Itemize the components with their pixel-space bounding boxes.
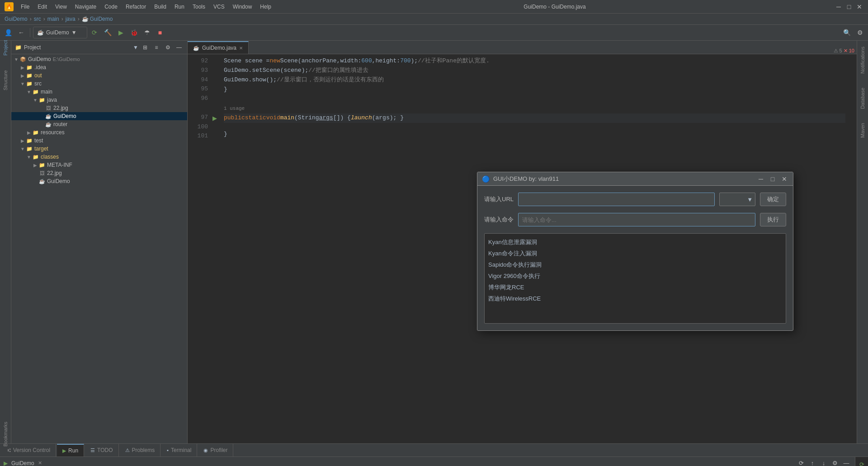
dropdown-arrow-icon: ▼ (747, 196, 753, 203)
tree-guidemo-file[interactable]: ▶ ☕ GuiDemo (11, 112, 187, 120)
breadcrumb-src[interactable]: src (34, 16, 41, 22)
sidebar-bookmarks-tab[interactable]: Bookmarks (0, 429, 10, 439)
tab-run[interactable]: ▶ Run (57, 444, 84, 457)
dialog-close-btn[interactable]: ✕ (780, 175, 788, 183)
menu-code[interactable]: Code (101, 3, 121, 11)
tab-terminal[interactable]: ▪ Terminal (161, 444, 197, 457)
restart-btn[interactable]: ⟳ (796, 458, 806, 466)
build-btn[interactable]: ⟳ (89, 27, 100, 38)
menu-build[interactable]: Build (151, 3, 170, 11)
tree-router[interactable]: ▶ ☕ router (11, 120, 187, 128)
menu-window[interactable]: Window (229, 3, 256, 11)
run-up-btn[interactable]: ↑ (807, 458, 817, 466)
coverage-btn[interactable]: ☂ (141, 27, 153, 38)
folder-icon-out: 📁 (26, 72, 33, 79)
tree-test[interactable]: ▶ 📁 test (11, 137, 187, 145)
list-item-5[interactable]: 西迪特WirelessRCE (488, 294, 782, 304)
maximize-button[interactable]: □ (845, 3, 853, 11)
close-button[interactable]: ✕ (855, 3, 863, 11)
stop-btn[interactable]: ■ (154, 27, 166, 38)
menu-file[interactable]: File (17, 3, 33, 11)
cmd-input[interactable] (518, 213, 755, 226)
tree-22jpg-classes[interactable]: ▶ 🖼 22.jpg (11, 169, 187, 177)
tree-guidemo-root[interactable]: ▼ 📦 GuiDemo E:\GuiDemo (11, 55, 187, 63)
tree-out[interactable]: ▶ 📁 out (11, 71, 187, 80)
list-item-0[interactable]: Kyan信息泄露漏洞 (488, 237, 782, 247)
tree-idea[interactable]: ▶ 📁 .idea (11, 63, 187, 71)
menu-edit[interactable]: Edit (34, 3, 51, 11)
right-gutter (850, 54, 857, 443)
run-panel: ▶ GuiDemo ✕ ⟳ ↑ ↓ ⚙ — D:\Java\jdk_1.8\bi… (0, 457, 855, 466)
tab-todo[interactable]: ☰ TODO (85, 444, 118, 457)
tree-classes[interactable]: ▼ 📁 classes (11, 153, 187, 161)
run-down-btn[interactable]: ↓ (819, 458, 829, 466)
list-item-1[interactable]: Kyan命令注入漏洞 (488, 249, 782, 259)
menu-run[interactable]: Run (171, 3, 188, 11)
tab-profiler[interactable]: ◉ Profiler (198, 444, 233, 457)
run-gutter-icon[interactable]: ▶ (212, 115, 217, 122)
toggle-classes: ▼ (26, 155, 32, 160)
breadcrumb-java[interactable]: java (66, 16, 75, 22)
tree-main[interactable]: ▼ 📁 main (11, 88, 187, 96)
tab-icon-java: ☕ (193, 45, 199, 51)
url-input[interactable] (518, 193, 715, 206)
run-btn[interactable]: ▶ (115, 27, 127, 38)
project-settings-btn[interactable]: ⚙ (163, 43, 172, 52)
warning-count: ⚠ 5 (834, 48, 842, 54)
project-panel: 📁 Project ▼ ⊞ ≡ ⚙ — ▼ 📦 GuiDemo E:\GuiDe… (11, 41, 188, 443)
menu-refactor[interactable]: Refactor (122, 3, 150, 11)
breadcrumb-main[interactable]: main (47, 16, 59, 22)
right-tab-maven[interactable]: Maven (859, 119, 867, 141)
menu-navigate[interactable]: Navigate (71, 3, 100, 11)
tab-close-btn[interactable]: ✕ (239, 46, 243, 51)
project-expand-btn[interactable]: ⊞ (141, 43, 150, 52)
menu-tools[interactable]: Tools (189, 3, 209, 11)
breadcrumb-guidemo[interactable]: GuiDemo (5, 16, 28, 22)
toolbar-back-btn[interactable]: ← (15, 27, 27, 38)
sidebar-project-tab[interactable]: Project (0, 43, 10, 53)
dialog-minimize-btn[interactable]: ─ (757, 175, 765, 183)
menu-help[interactable]: Help (256, 3, 275, 11)
tab-guidemo-java[interactable]: ☕ GuiDemo.java ✕ (188, 41, 249, 54)
tree-meta-inf[interactable]: ▶ 📁 META-INF (11, 161, 187, 169)
right-tab-notifications[interactable]: Notifications (859, 43, 867, 77)
tree-resources[interactable]: ▶ 📁 resources (11, 128, 187, 137)
run-config-selector[interactable]: ☕ GuiDemo ▼ (33, 27, 87, 38)
tab-version-control[interactable]: ⑆ Version Control (2, 444, 56, 457)
tree-src[interactable]: ▼ 📁 src (11, 80, 187, 88)
minimize-button[interactable]: ─ (835, 3, 843, 11)
build-project-btn[interactable]: 🔨 (102, 27, 113, 38)
tree-22jpg[interactable]: ▶ 🖼 22.jpg (11, 104, 187, 112)
list-item-3[interactable]: Vigor 2960命令执行 (488, 271, 782, 281)
run-tab-close[interactable]: ✕ (38, 460, 42, 466)
run-close-panel-btn[interactable]: — (841, 458, 851, 466)
menu-view[interactable]: View (52, 3, 71, 11)
project-collapse-btn[interactable]: ≡ (152, 43, 161, 52)
list-item-4[interactable]: 博华网龙RCE (488, 282, 782, 292)
tree-java[interactable]: ▼ 📁 java (11, 96, 187, 104)
toggle-resources: ▶ (26, 130, 32, 135)
usage-hint-text: 1 usage (224, 105, 245, 113)
toolbar-profile-btn[interactable]: 👤 (2, 27, 14, 38)
tree-path: E:\GuiDemo (53, 56, 80, 62)
debug-btn[interactable]: 🐞 (128, 27, 140, 38)
run-side-restart[interactable]: ⟳ (857, 459, 867, 466)
search-everywhere-btn[interactable]: 🔍 (841, 27, 853, 38)
confirm-button[interactable]: 确定 (760, 193, 786, 206)
terminal-icon: ▪ (167, 447, 169, 453)
exec-button[interactable]: 执行 (760, 213, 786, 226)
run-settings-btn[interactable]: ⚙ (830, 458, 840, 466)
settings-btn[interactable]: ⚙ (854, 27, 866, 38)
url-dropdown[interactable]: ▼ (719, 193, 755, 206)
list-item-2[interactable]: Sapido命令执行漏洞 (488, 260, 782, 270)
breadcrumb-guidemo-file[interactable]: ☕ GuiDemo (82, 16, 113, 22)
tab-problems[interactable]: ⚠ Problems (120, 444, 161, 457)
window-controls: ─ □ ✕ (835, 3, 863, 11)
sidebar-structure-tab[interactable]: Structure (0, 75, 10, 85)
dialog-maximize-btn[interactable]: □ (769, 175, 777, 183)
right-tab-database[interactable]: Database (859, 84, 867, 113)
tree-target[interactable]: ▼ 📁 target (11, 145, 187, 153)
tree-guidemo-classes[interactable]: ▶ ☕ GuiDemo (11, 177, 187, 185)
menu-vcs[interactable]: VCS (210, 3, 228, 11)
project-minimize-btn[interactable]: — (175, 43, 184, 52)
